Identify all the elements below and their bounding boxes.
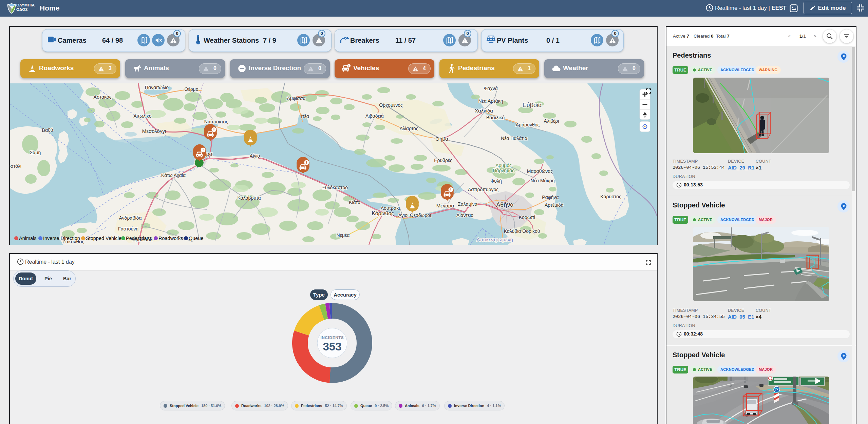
svg-text:οστόλι: οστόλι <box>10 163 21 169</box>
svg-text:Ασπρόπυργος: Ασπρόπυργος <box>468 187 498 192</box>
svg-text:Inverse Direction: Inverse Direction <box>43 236 80 241</box>
svg-text:Κάρυστος: Κάρυστος <box>600 194 621 199</box>
svg-text:Αστακός: Αστακός <box>94 94 112 100</box>
svg-text:Άγιοι Θεόδωροι: Άγιοι Θεόδωροι <box>398 213 431 218</box>
svg-text:Πάρνηθας: Πάρνηθας <box>493 168 514 173</box>
svg-text:INCIDENTS: INCIDENTS <box>320 336 344 340</box>
svg-text:Σαλαμίνα: Σαλαμίνα <box>458 201 477 207</box>
svg-text:Κορωπί: Κορωπί <box>519 215 535 220</box>
svg-text:Αρτέμιδα: Αρτέμιδα <box>545 202 564 208</box>
svg-text:Γαστούνη: Γαστούνη <box>118 226 138 231</box>
svg-text:Ερυθρές: Ερυθρές <box>434 158 452 163</box>
svg-text:353: 353 <box>323 340 341 353</box>
svg-text:Λιβαδειά: Λιβαδειά <box>365 113 384 119</box>
svg-text:Ανδραβίδα: Ανδραβίδα <box>119 215 142 221</box>
svg-text:Λουτράκι: Λουτράκι <box>381 205 400 211</box>
svg-text:Pedestrians: Pedestrians <box>126 236 152 241</box>
svg-text:Αθήνα: Αθήνα <box>496 201 513 208</box>
svg-text:Δρυμός: Δρυμός <box>495 163 512 168</box>
svg-text:Άμφισσα: Άμφισσα <box>287 96 306 101</box>
svg-text:Αποκεντρωμένη: Αποκεντρωμένη <box>476 237 513 242</box>
svg-text:Ορχομενός: Ορχομενός <box>379 102 403 108</box>
svg-text:Φυλή: Φυλή <box>490 178 502 184</box>
svg-text:Αίγιο: Αίγιο <box>250 153 260 159</box>
svg-text:Θέρμο: Θέρμο <box>185 86 199 92</box>
svg-text:Ψαχνά: Ψαχνά <box>484 86 498 91</box>
svg-text:Βασιλικό: Βασιλικό <box>486 115 505 120</box>
svg-text:Roadworks: Roadworks <box>158 236 183 241</box>
svg-text:Σάμη: Σάμη <box>30 150 41 155</box>
svg-text:Queue: Queue <box>189 236 204 241</box>
svg-text:Αιτωλικό: Αιτωλικό <box>133 113 151 119</box>
svg-text:Καλύβια Θορικού: Καλύβια Θορικού <box>504 228 540 234</box>
svg-text:Stopped Vehicle: Stopped Vehicle <box>86 236 121 241</box>
svg-text:Αλιβέρι: Αλιβέρι <box>544 118 559 124</box>
svg-text:Εύβοια: Εύβοια <box>523 102 542 108</box>
svg-text:Ξυλόκαστρο: Ξυλόκαστρο <box>322 185 348 190</box>
svg-text:Θήβα: Θήβα <box>435 136 448 142</box>
svg-text:Κόρινθος: Κόρινθος <box>372 210 394 216</box>
svg-text:Αιάντειο: Αιάντειο <box>456 213 473 218</box>
svg-text:Ραφήνα: Ραφήνα <box>542 195 559 200</box>
svg-text:Ναύπακτος: Ναύπακτος <box>204 119 228 124</box>
svg-text:Νέα Παλάτια: Νέα Παλάτια <box>501 136 527 141</box>
svg-text:Νεμέα: Νεμέα <box>337 233 350 238</box>
svg-text:Κάτω Αχαΐα: Κάτω Αχαΐα <box>161 173 186 178</box>
svg-text:Νέα Αρτάκη: Νέα Αρτάκη <box>478 98 503 104</box>
svg-text:Καλάβρυτα: Καλάβρυτα <box>237 195 261 201</box>
svg-text:Μεσολόγγι: Μεσολόγγι <box>142 128 166 134</box>
svg-text:Αλίαρτος: Αλίαρτος <box>399 126 418 131</box>
svg-text:Animals: Animals <box>19 236 37 241</box>
svg-text:Αμάρυνθος: Αμάρυνθος <box>516 122 540 127</box>
svg-text:Κιάτο: Κιάτο <box>349 200 360 205</box>
svg-text:Μαραθώνας: Μαραθώνας <box>527 168 553 174</box>
svg-text:Παναιτώλιο: Παναιτώλιο <box>145 85 169 90</box>
svg-text:Νέα Μάκρη: Νέα Μάκρη <box>531 178 555 183</box>
svg-text:Μέγαρα: Μέγαρα <box>436 203 454 208</box>
svg-text:Χαλκίδα: Χαλκίδα <box>475 108 493 114</box>
svg-text:Βαθύ: Βαθύ <box>42 127 53 133</box>
svg-text:Ιτέα: Ιτέα <box>301 114 309 119</box>
